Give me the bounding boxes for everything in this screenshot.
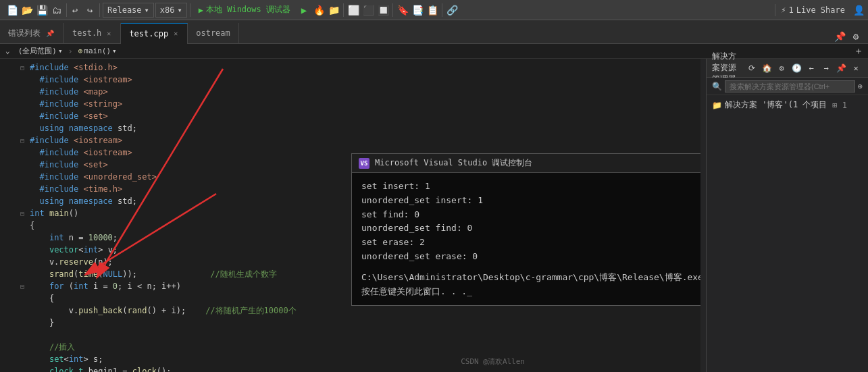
breadcrumb-symbol-arrow: ▾ <box>112 47 117 55</box>
live-share-icon: ⚡ <box>781 5 786 15</box>
arch-label: x86 <box>160 5 175 15</box>
tab-settings-icon[interactable]: ⚙ <box>849 30 863 43</box>
breadcrumb-symbol-label: main() <box>84 47 111 55</box>
sol-sync-icon[interactable]: ⟳ <box>745 61 759 75</box>
solution-explorer-header: 解决方案资源管理器 ⟳ 🏠 ⚙ 🕐 ← → 📌 ✕ <box>707 59 868 78</box>
open-file-icon[interactable]: 📂 <box>20 3 34 17</box>
breadcrumb-scope[interactable]: (全局范围) ▾ <box>16 45 66 57</box>
tab-test-h-close[interactable]: ✕ <box>105 29 112 38</box>
sol-forward-icon[interactable]: → <box>819 61 833 75</box>
run-label: 本地 Windows 调试器 <box>206 4 290 16</box>
code-line-5: #include <set> <box>0 110 700 122</box>
save-all-icon[interactable]: 🗂 <box>50 3 63 17</box>
code-line-3: #include <map> <box>0 86 700 98</box>
tab-test-cpp-label: test.cpp <box>129 29 168 38</box>
file-icons-group: 📄 📂 💾 🗂 <box>3 3 67 17</box>
tab-pin-icon[interactable]: 📌 <box>833 30 846 43</box>
tabs-row: 错误列表 📌 test.h ✕ test.cpp ✕ ostream 📌 ⚙ <box>0 20 868 44</box>
arch-dropdown[interactable]: x86 ▾ <box>155 3 187 18</box>
search-solution-input[interactable] <box>725 80 855 92</box>
breadcrumb-scope-arrow: ▾ <box>58 47 63 55</box>
config-dropdown[interactable]: Release ▾ <box>103 3 154 18</box>
sol-pin-icon[interactable]: 📌 <box>834 61 848 75</box>
console-titlebar: VS Microsoft Visual Studio 调试控制台 <box>352 154 700 173</box>
breadcrumb-scope-label: (全局范围) <box>18 46 57 56</box>
undo-icon[interactable]: ↩ <box>68 3 82 17</box>
console-line-4: unordered_set find: 0 <box>361 221 700 236</box>
sol-history-icon[interactable]: 🕐 <box>790 61 803 75</box>
bookmark2-icon[interactable]: 📑 <box>411 3 424 17</box>
code-line-1: ⊟ #include <stdio.h> <box>0 61 700 74</box>
code-line-23 <box>0 329 700 341</box>
code-line-26: clock_t begin1 = clock(); <box>0 365 700 372</box>
breadcrumb-symbol-icon: ⊕ <box>78 47 83 55</box>
breadcrumb-chevron[interactable]: ⌄ <box>3 46 13 56</box>
console-path-line: C:\Users\Administrator\Desktop\c-grammar… <box>361 271 700 285</box>
editor-scrollbar[interactable] <box>700 59 706 372</box>
console-line-3: set find: 0 <box>361 208 700 222</box>
debug-icon3[interactable]: 🔲 <box>376 3 390 17</box>
sol-close-icon[interactable]: ✕ <box>849 61 863 75</box>
bookmark-icon[interactable]: 🔖 <box>396 3 409 17</box>
sep5 <box>442 3 442 17</box>
console-line-2: unordered_set insert: 1 <box>361 194 700 208</box>
debug-icon1[interactable]: ⬜ <box>347 3 360 17</box>
tab-test-cpp[interactable]: test.cpp ✕ <box>121 23 188 43</box>
code-line-7: ⊟ #include <iostream> <box>0 134 700 147</box>
sep2 <box>190 3 190 17</box>
sol-back-icon[interactable]: ← <box>805 61 818 75</box>
folder-icon[interactable]: 📁 <box>327 3 340 17</box>
account-icon[interactable]: 👤 <box>852 3 865 17</box>
new-file-icon[interactable]: 📄 <box>5 3 19 17</box>
fire-icon[interactable]: 🔥 <box>312 3 326 17</box>
solution-explorer-panel: 解决方案资源管理器 ⟳ 🏠 ⚙ 🕐 ← → 📌 ✕ 🔍 ⊕ 📁 解决方案 '博客… <box>706 59 868 372</box>
arch-dropdown-arrow: ▾ <box>178 5 182 15</box>
config-dropdown-arrow: ▾ <box>145 5 149 15</box>
debug-icon2[interactable]: ⬛ <box>361 3 375 17</box>
save-icon[interactable]: 💾 <box>35 3 49 17</box>
sep1 <box>99 3 100 17</box>
solution-content: 📁 解决方案 '博客'(1 个项目 ⊞ 1 <box>707 95 868 372</box>
add-icon[interactable]: ＋ <box>852 45 865 58</box>
search-expand-icon[interactable]: ⊕ <box>858 82 863 91</box>
solution-item-label: 解决方案 '博客'(1 个项目 <box>725 99 827 111</box>
code-line-6: using namespace std; <box>0 122 700 134</box>
live-share-label: Live Share <box>796 5 845 15</box>
main-toolbar: 📄 📂 💾 🗂 ↩ ↪ Release ▾ x86 ▾ ▶ 本地 Windows… <box>0 0 868 20</box>
tab-test-cpp-close[interactable]: ✕ <box>172 29 179 38</box>
tab-error-list-pin[interactable]: 📌 <box>45 29 55 38</box>
console-line-5: set erase: 2 <box>361 236 700 250</box>
tabs-end-icons: 📌 ⚙ <box>827 30 868 43</box>
sol-home-icon[interactable]: 🏠 <box>760 61 773 75</box>
share-icon[interactable]: 🔗 <box>445 3 459 17</box>
console-prompt-line: 按任意键关闭此窗口. . ._ <box>361 285 700 299</box>
breadcrumb-add-icon[interactable]: ＋ <box>852 45 865 58</box>
run-button[interactable]: ▶ 本地 Windows 调试器 <box>193 3 296 17</box>
console-title: Microsoft Visual Studio 调试控制台 <box>375 157 532 169</box>
console-vs-icon: VS <box>359 158 369 169</box>
tab-error-list[interactable]: 错误列表 📌 <box>0 23 64 43</box>
code-line-4: #include <string> <box>0 98 700 110</box>
run-play-icon[interactable]: ▶ <box>297 3 311 17</box>
solution-item[interactable]: 📁 解决方案 '博客'(1 个项目 ⊞ 1 <box>709 98 865 112</box>
tab-ostream[interactable]: ostream <box>188 23 239 43</box>
sol-filter-icon[interactable]: ⚙ <box>775 61 788 75</box>
console-window[interactable]: VS Microsoft Visual Studio 调试控制台 set ins… <box>351 153 700 306</box>
tab-test-h[interactable]: test.h ✕ <box>64 23 121 43</box>
tab-test-h-label: test.h <box>72 28 101 38</box>
code-editor[interactable]: ⊟ #include <stdio.h> #include <iostream>… <box>0 59 700 372</box>
solution-folder-icon: 📁 <box>712 101 722 110</box>
play-icon: ▶ <box>199 5 203 15</box>
code-line-24: //插入 <box>0 341 700 353</box>
code-line-22: } <box>0 317 700 329</box>
bookmark3-icon[interactable]: 📋 <box>426 3 439 17</box>
main-layout: ⊟ #include <stdio.h> #include <iostream>… <box>0 59 868 372</box>
search-solution-bar: 🔍 ⊕ <box>707 78 868 95</box>
console-line-6: unordered_set erase: 0 <box>361 250 700 264</box>
tab-error-list-label: 错误列表 <box>8 28 41 39</box>
live-share-button[interactable]: ⚡ 1 Live Share <box>775 4 850 16</box>
redo-icon[interactable]: ↪ <box>83 3 97 17</box>
tab-ostream-label: ostream <box>196 28 230 38</box>
config-label: Release <box>107 5 142 15</box>
breadcrumb-symbol[interactable]: ⊕ main() ▾ <box>76 46 120 56</box>
